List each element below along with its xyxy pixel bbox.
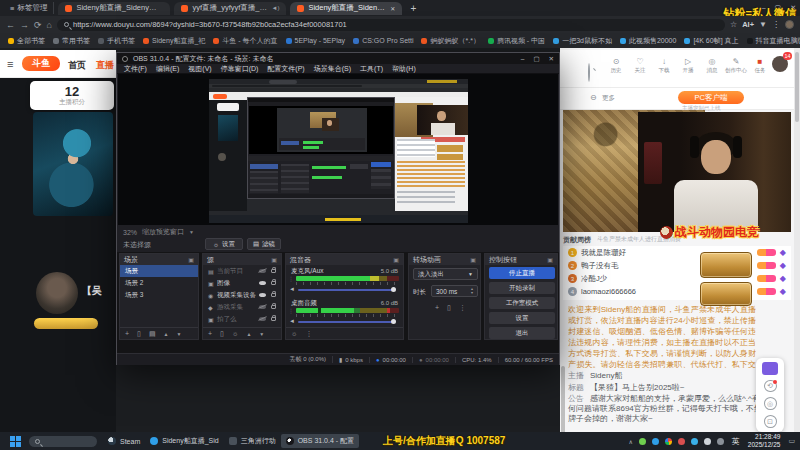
move-up-icon[interactable]: ▲ (164, 331, 169, 337)
tray-icon[interactable] (717, 438, 724, 445)
gear-icon[interactable]: ☼ (232, 330, 238, 337)
speaker-icon[interactable]: ◄ (289, 286, 295, 292)
browser-tab-active[interactable]: Sideny船直播_Sideny船直播 ✕ (290, 2, 402, 15)
tray-icon[interactable] (704, 438, 711, 445)
pc-client-button[interactable]: PC客户端 (678, 91, 744, 104)
preview-zoom-row[interactable]: 32% 缩放预览窗口 ▼ (123, 227, 194, 237)
grip-icon[interactable]: ⋮ (288, 275, 294, 282)
tray-icon[interactable] (652, 438, 659, 445)
controls-dock-header[interactable]: 控制按钮▣ (485, 254, 557, 265)
menu-help[interactable]: 帮助(H) (392, 64, 416, 74)
profile-avatar[interactable] (785, 20, 794, 29)
taskbar-app-game[interactable]: 三角洲行动 (224, 434, 281, 448)
bookmark-item[interactable]: 常用书签 (53, 36, 90, 46)
dots-icon[interactable]: ⋮ (459, 304, 466, 312)
extensions-icon[interactable]: ⋮ (772, 20, 780, 29)
start-button[interactable] (10, 436, 21, 447)
visibility-on-icon[interactable] (259, 293, 266, 297)
chat-scrollbar[interactable] (561, 366, 565, 432)
popout-icon[interactable]: ▣ (393, 256, 399, 263)
source-item[interactable]: ◆游戏采集 (203, 301, 281, 313)
move-down-icon[interactable]: ▼ (177, 331, 182, 337)
downloads-icon[interactable]: ▼ (759, 20, 767, 29)
gold-widget-button-2[interactable] (700, 282, 752, 306)
settings-button[interactable]: 设置 (489, 312, 555, 324)
filter-icon[interactable]: ▤ (149, 330, 156, 338)
bookmark-item[interactable]: Sideny船直播_祀 (143, 36, 205, 46)
bookmark-item[interactable]: 此视频售20000 (620, 36, 676, 46)
home-icon[interactable]: ⌂ (47, 20, 52, 30)
history-icon[interactable]: ⊙历史 (604, 57, 628, 74)
tray-icon[interactable] (665, 438, 672, 445)
move-up-icon[interactable]: ▲ (246, 331, 251, 337)
lock-icon[interactable] (271, 281, 276, 285)
message-icon[interactable]: ◎消息 (700, 57, 724, 74)
rank-row[interactable]: 4 laomaozi666666 ◆ (563, 285, 791, 298)
bookmark-item[interactable]: CS:GO Pro Setti (353, 37, 413, 44)
nav-live[interactable]: 直播 (96, 59, 114, 72)
bookmark-item[interactable]: 蚂蚁蚂蚁（*.*） (421, 36, 479, 46)
mic-volume-knob[interactable] (391, 287, 396, 292)
visibility-off-icon[interactable] (259, 269, 266, 273)
follow-icon[interactable]: ♡关注 (628, 57, 652, 74)
obs-preview-canvas[interactable] (118, 74, 558, 225)
add-icon[interactable]: + (208, 330, 212, 337)
remove-icon[interactable]: ▯ (220, 330, 224, 338)
obs-minimize-icon[interactable]: – (521, 55, 525, 63)
address-bar[interactable]: https://www.douyu.com/8694?dyshid=3b670-… (57, 19, 725, 31)
more-icon[interactable]: ⊖ (590, 93, 597, 102)
tray-icon[interactable] (678, 438, 685, 445)
remove-icon[interactable]: ▯ (137, 330, 141, 338)
bookmark-item[interactable]: 斗鱼 - 每个人的直 (213, 36, 277, 46)
share-icon[interactable]: ⊡ (764, 415, 777, 428)
menu-profile[interactable]: 配置文件(P) (267, 64, 304, 74)
visibility-on-icon[interactable] (259, 281, 266, 285)
source-item[interactable]: ▣图像 (203, 277, 281, 289)
lock-icon[interactable] (271, 317, 276, 321)
popout-icon[interactable]: ▣ (188, 256, 194, 263)
popout-icon[interactable]: ▣ (547, 256, 553, 263)
popout-icon[interactable]: ▣ (470, 256, 476, 263)
studio-mode-button[interactable]: 工作室模式 (489, 297, 555, 309)
promo-anime-image[interactable] (33, 112, 113, 216)
bookmark-item[interactable]: 5EPlay - 5EPlay (286, 37, 346, 44)
input-language[interactable]: 英 (732, 436, 740, 447)
fan-badge-pill[interactable] (34, 318, 98, 329)
taskbar-app-steam[interactable]: Steam (103, 434, 145, 448)
back-icon[interactable]: ← (6, 20, 15, 30)
mic-volume-slider[interactable] (298, 289, 394, 291)
new-tab-button[interactable]: + (410, 3, 416, 14)
tray-expand-icon[interactable]: ∧ (628, 438, 632, 445)
tab-week-rank[interactable]: 贡献周榜 (563, 235, 591, 245)
source-item[interactable]: ▣拍了么 (203, 313, 281, 325)
anchor-avatar[interactable] (36, 272, 78, 314)
source-settings-button[interactable]: ☼ 设置 (205, 238, 243, 250)
task-gift-icon[interactable]: ■任务 (748, 57, 772, 74)
refresh-icon[interactable]: ⟲ (764, 380, 777, 393)
source-filters-button[interactable]: ▤ 滤镜 (247, 238, 281, 250)
source-item[interactable]: ◉视频采集设备 (203, 289, 281, 301)
tab-audio-icon[interactable]: ◄) (271, 5, 279, 11)
reload-icon[interactable]: ⟳ (34, 20, 42, 30)
webcam-video[interactable] (638, 112, 791, 232)
rank-row[interactable]: 3 冷酷J少 ◆ (563, 272, 791, 285)
scene-item[interactable]: 场景 3 (120, 289, 198, 301)
lock-icon[interactable] (271, 269, 276, 273)
sources-dock-header[interactable]: 源▣ (203, 254, 281, 265)
rank-row[interactable]: 1 我就是陈珊好 ◆ (563, 246, 791, 259)
bookmark-item[interactable]: 手机书签 (98, 36, 135, 46)
exit-button[interactable]: 退出 (489, 327, 555, 339)
download-icon[interactable]: ↓下载 (652, 57, 676, 74)
rank-row[interactable]: 2 鸭子没有毛 ◆ (563, 259, 791, 272)
menu-file[interactable]: 文件(F) (124, 64, 147, 74)
bookmark-star-icon[interactable]: ☆ (730, 20, 737, 29)
bookmark-item[interactable]: 一把3d鼠标不如 (553, 36, 612, 46)
menu-docks[interactable]: 停靠窗口(D) (221, 64, 259, 74)
lock-icon[interactable] (271, 305, 276, 309)
menu-view[interactable]: 视图(V) (188, 64, 211, 74)
page-scrollbar-thumb[interactable] (795, 52, 799, 122)
add-icon[interactable]: + (125, 330, 129, 337)
menu-scene-collection[interactable]: 场景集合(S) (314, 64, 351, 74)
anchor-score-card[interactable]: 12 主播积分 (30, 81, 114, 110)
menu-edit[interactable]: 编辑(E) (156, 64, 179, 74)
